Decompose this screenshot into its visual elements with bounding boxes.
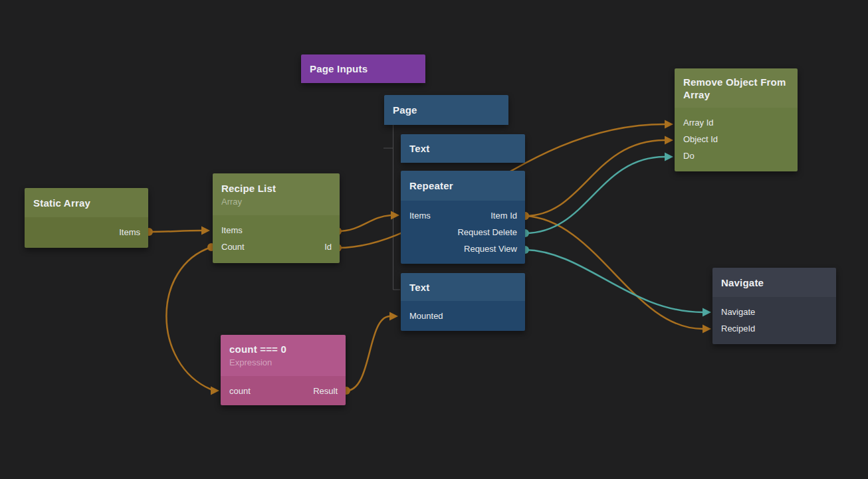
node-header[interactable]: Navigate [712, 268, 836, 297]
connection (Repeater.Request View → Navigate.Navigate)[interactable] [521, 246, 711, 317]
port-row[interactable]: Object Id [675, 131, 798, 147]
node-expression[interactable]: count === 0ExpressioncountResult [221, 335, 346, 405]
connection-curve[interactable] [166, 247, 211, 389]
input-port-label[interactable]: Navigate [721, 307, 755, 317]
node-title: Remove Object From Array [683, 76, 789, 101]
node-title: Text [409, 281, 516, 294]
node-text-2[interactable]: TextMounted [401, 273, 525, 331]
connection-curve[interactable] [525, 157, 665, 233]
connection (Recipe List.Count → count === 0.count)[interactable] [166, 243, 219, 395]
node-remove-object-from-array[interactable]: Remove Object From ArrayArray IdObject I… [675, 68, 798, 171]
input-arrowhead-icon[interactable] [211, 387, 219, 395]
node-title: Page [393, 104, 500, 116]
port-row[interactable]: Items [213, 222, 340, 239]
node-page[interactable]: Page [384, 95, 508, 125]
input-arrowhead-icon[interactable] [391, 211, 399, 220]
node-canvas[interactable]: Page InputsPageTextRepeaterItemsItem IdR… [0, 0, 868, 479]
output-port-label[interactable]: Result [313, 386, 338, 396]
port-row[interactable]: CountId [213, 239, 340, 255]
node-title: Page Inputs [310, 62, 417, 75]
connection-curve[interactable] [338, 215, 391, 231]
node-header[interactable]: Recipe ListArray [213, 173, 340, 215]
input-port-label[interactable]: RecipeId [721, 324, 755, 334]
input-port-label[interactable]: count [229, 386, 251, 396]
port-row[interactable]: Mounted [401, 308, 525, 324]
connection (Repeater.Item Id → Remove Object From Array.Object Id)[interactable] [521, 136, 673, 221]
input-port-label[interactable]: Object Id [683, 134, 718, 144]
input-arrowhead-icon[interactable] [703, 308, 711, 317]
input-port-label[interactable]: Count [221, 242, 245, 252]
port-row[interactable]: ItemsItem Id [401, 207, 525, 224]
node-page-inputs[interactable]: Page Inputs [301, 54, 425, 83]
node-static-array[interactable]: Static ArrayItems [25, 188, 148, 248]
output-port-label[interactable]: Items [119, 227, 140, 237]
output-port-label[interactable]: Item Id [490, 211, 517, 221]
node-title: Text [409, 142, 516, 155]
connection-curve[interactable] [149, 231, 201, 232]
node-header[interactable]: Text [401, 134, 525, 163]
port-row[interactable]: countResult [221, 383, 346, 399]
input-port-label[interactable]: Array Id [683, 118, 714, 128]
node-ports: ItemsItem IdRequest DeleteRequest View [401, 201, 525, 264]
node-title: Static Array [33, 197, 140, 209]
input-arrowhead-icon[interactable] [665, 153, 673, 161]
port-row[interactable]: Navigate [712, 304, 836, 320]
node-title: Navigate [721, 276, 827, 289]
connection-curve[interactable] [525, 250, 703, 312]
connection (Recipe List.Items → Repeater.Items)[interactable] [334, 211, 399, 236]
connection (Repeater.Request Delete → Remove Object From Array.Do)[interactable] [521, 153, 673, 238]
node-repeater[interactable]: RepeaterItemsItem IdRequest DeleteReques… [401, 171, 525, 264]
node-title: count === 0 [229, 343, 337, 355]
node-ports: Items [25, 217, 148, 248]
node-header[interactable]: Text [401, 273, 525, 301]
connection (count === 0.Result → Text.Mounted)[interactable] [342, 312, 398, 395]
node-header[interactable]: Page Inputs [301, 54, 425, 83]
output-port-label[interactable]: Request Delete [457, 227, 517, 237]
connection (Static Array.Items → Recipe List.Items)[interactable] [145, 227, 210, 237]
port-row[interactable]: RecipeId [712, 320, 836, 337]
node-header[interactable]: Repeater [401, 171, 525, 201]
node-ports: NavigateRecipeId [712, 297, 836, 344]
input-arrowhead-icon[interactable] [389, 312, 398, 321]
port-row[interactable]: Request View [401, 240, 525, 257]
input-port-label[interactable]: Items [221, 225, 243, 235]
port-row[interactable]: Items [25, 224, 148, 240]
node-ports: Array IdObject IdDo [675, 108, 798, 171]
node-recipe-list[interactable]: Recipe ListArrayItemsCountId [213, 173, 340, 263]
node-header[interactable]: Page [384, 95, 508, 125]
node-ports: ItemsCountId [213, 215, 340, 263]
connection-curve[interactable] [525, 216, 703, 329]
node-ports: Mounted [401, 301, 525, 331]
node-header[interactable]: count === 0Expression [221, 335, 346, 376]
port-row[interactable]: Request Delete [401, 224, 525, 240]
node-navigate[interactable]: NavigateNavigateRecipeId [712, 268, 836, 344]
node-text-1[interactable]: Text [401, 134, 525, 163]
input-arrowhead-icon[interactable] [703, 325, 711, 334]
connection (Repeater.Item Id → Navigate.RecipeId)[interactable] [521, 212, 711, 334]
node-subtitle: Array [221, 196, 331, 207]
connection-curve[interactable] [346, 316, 389, 391]
node-header[interactable]: Static Array [25, 188, 148, 217]
node-title: Recipe List [221, 182, 331, 195]
connection-curve[interactable] [525, 140, 665, 216]
input-arrowhead-icon[interactable] [201, 227, 210, 235]
input-arrowhead-icon[interactable] [665, 136, 673, 145]
input-port-label[interactable]: Do [683, 151, 695, 161]
port-row[interactable]: Do [675, 147, 798, 164]
node-ports: countResult [221, 376, 346, 405]
port-row[interactable]: Array Id [675, 114, 798, 131]
output-port-label[interactable]: Id [324, 242, 332, 252]
input-port-label[interactable]: Items [409, 211, 431, 221]
output-port-label[interactable]: Request View [464, 244, 517, 254]
node-header[interactable]: Remove Object From Array [675, 68, 798, 108]
node-title: Repeater [409, 179, 516, 192]
input-port-label[interactable]: Mounted [409, 311, 443, 321]
input-arrowhead-icon[interactable] [665, 120, 673, 129]
node-subtitle: Expression [229, 357, 337, 368]
